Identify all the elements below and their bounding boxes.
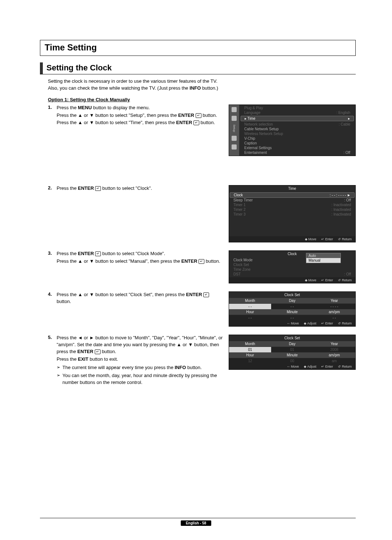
step-4: 4. Press the ▲ or ▼ button to select "Cl…: [48, 291, 356, 331]
tv-title: Time: [229, 185, 355, 192]
intro-text: Setting the clock is necessary in order …: [40, 78, 356, 95]
sub-title-row: Setting the Clock: [40, 62, 356, 74]
enter-icon: ↵: [95, 186, 101, 191]
tv-clockset-empty: Clock Set MonthDayYear - -- -- - - - Hou…: [229, 291, 356, 327]
tv-title: Clock Set: [229, 292, 355, 298]
step-num: 1.: [48, 105, 57, 110]
step-num: 4.: [48, 291, 57, 297]
enter-icon: ↵: [95, 251, 101, 256]
step-num: 3.: [48, 250, 57, 256]
tv-time-menu: Time Clock: - - : - - - - ► Sleep Timer:…: [229, 185, 356, 242]
note-icon: ➢: [57, 364, 60, 371]
antenna-icon: [232, 136, 237, 141]
step-5: 5. Press the ◄ or ► button to move to "M…: [48, 335, 356, 386]
section-title-box: Time Setting: [40, 40, 356, 56]
tv-clock-menu: Clock Clock Mode Clock Set Time Zone DST…: [229, 250, 356, 283]
tv-setup-menu: Setup Plug & Play Language: English ▸ Ti…: [229, 105, 356, 156]
clock-mode-popup: Auto Manual: [306, 253, 341, 263]
enter-icon: ↵: [193, 120, 199, 125]
step-1: 1. Press the MENU button to display the …: [48, 105, 356, 182]
footer-rule: [40, 518, 356, 518]
page-footer: English - 58: [0, 520, 392, 525]
clockset-month[interactable]: 01: [229, 347, 271, 352]
note-2: ➢ You can set the month, day, year, hour…: [57, 372, 224, 386]
enter-icon: ↵: [203, 292, 209, 297]
menu-item-clock[interactable]: Clock: - - : - - - - ►: [230, 192, 355, 198]
step-3: 3. Press the ENTER ↵ button to select "C…: [48, 250, 356, 288]
step-num: 2.: [48, 185, 57, 191]
intro-line-1: Setting the clock is necessary in order …: [48, 78, 356, 85]
tv-title: Clock Set: [229, 335, 355, 341]
setup-side-label: Setup: [233, 124, 236, 132]
page-number: English - 58: [181, 520, 211, 526]
sub-title: Setting the Clock: [46, 62, 112, 74]
gear-icon: [232, 116, 237, 121]
sub-title-bar: [40, 62, 43, 74]
menu-item-time[interactable]: ▸ Time▸: [241, 116, 354, 121]
note-icon: ➢: [57, 372, 60, 386]
intro-line-2: Also, you can check the time while watch…: [48, 85, 356, 92]
enter-icon: ↵: [95, 349, 101, 354]
popup-option-auto[interactable]: Auto: [306, 253, 340, 258]
tv-clockset-filled: Clock Set MonthDayYear 01012008 HourMinu…: [229, 335, 356, 370]
note-1: ➢ The current time will appear every tim…: [57, 364, 224, 371]
popup-option-manual[interactable]: Manual: [306, 258, 340, 263]
clockset-month[interactable]: - -: [229, 303, 271, 309]
section-title: Time Setting: [45, 42, 351, 53]
brush-icon: [232, 107, 237, 112]
enter-icon: ↵: [199, 259, 204, 264]
option-title: Option 1: Setting the Clock Manually: [48, 97, 356, 102]
input-icon: [232, 144, 237, 150]
enter-icon: ↵: [196, 113, 201, 118]
step-2: 2. Press the ENTER ↵ button to select "C…: [48, 185, 356, 247]
step-num: 5.: [48, 335, 57, 340]
